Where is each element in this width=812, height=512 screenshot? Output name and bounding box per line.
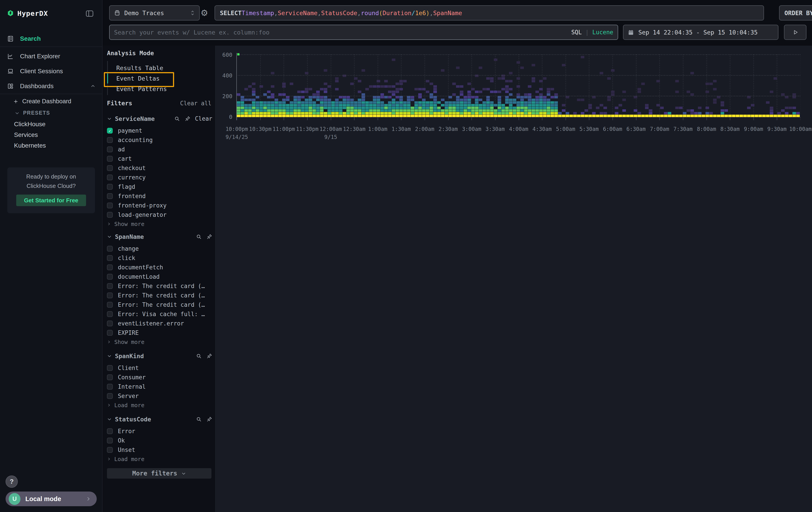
divider [0, 47, 102, 47]
time-range-picker[interactable]: Sep 14 22:04:35 - Sep 15 10:04:35 [623, 25, 778, 40]
facet-item-click[interactable]: click [107, 253, 212, 263]
chevron-down-icon[interactable] [107, 234, 112, 239]
sidebar-item-clickhouse[interactable]: ClickHouse [14, 120, 46, 128]
facet-item-expire[interactable]: EXPIRE [107, 328, 212, 338]
presets-toggle[interactable]: PRESETS [15, 110, 50, 116]
checkbox[interactable] [107, 283, 113, 289]
facet-item-error[interactable]: Error [107, 427, 212, 436]
lucene-mode-button[interactable]: Lucene [592, 29, 613, 36]
checkbox[interactable] [107, 212, 113, 218]
sidebar-item-chart-explorer[interactable]: Chart Explorer [0, 49, 102, 64]
pin-icon[interactable] [206, 416, 212, 422]
checkbox[interactable] [107, 265, 113, 270]
chevron-down-icon[interactable] [107, 353, 112, 358]
checkbox[interactable] [107, 193, 113, 199]
facet-item-currency[interactable]: currency [107, 173, 212, 182]
checkbox[interactable] [107, 203, 113, 208]
pin-icon[interactable] [206, 234, 212, 240]
search-icon[interactable] [196, 234, 202, 240]
facet-item-frontend[interactable]: frontend [107, 191, 212, 201]
facet-item-accounting[interactable]: accounting [107, 135, 212, 145]
duration-heatmap[interactable] [236, 53, 801, 123]
facet-item-error-the-credit-card[interactable]: Error: The credit card (… [107, 291, 212, 300]
checkbox[interactable] [107, 174, 113, 180]
create-dashboard-button[interactable]: Create Dashboard [13, 98, 71, 105]
facet-item-documentload[interactable]: documentLoad [107, 272, 212, 281]
facet-servicename-show-more-button[interactable]: Show more [107, 219, 212, 228]
facet-item-checkout[interactable]: checkout [107, 163, 212, 173]
get-started-button[interactable]: Get Started for Free [16, 194, 86, 206]
sidebar-item-services[interactable]: Services [14, 131, 38, 138]
checkbox[interactable] [107, 447, 113, 453]
analysis-mode-event-deltas[interactable]: Event Deltas [107, 73, 209, 84]
checkbox[interactable] [107, 255, 113, 261]
sidebar-item-dashboards[interactable]: Dashboards [0, 79, 102, 93]
sidebar-item-client-sessions[interactable]: Client Sessions [0, 64, 102, 79]
checkbox[interactable] [107, 246, 113, 251]
pin-icon[interactable] [184, 116, 191, 122]
checkbox[interactable] [107, 374, 113, 380]
facet-item-consumer[interactable]: Consumer [107, 373, 212, 382]
select-clause-editor[interactable]: SELECT Timestamp, ServiceName, StatusCod… [214, 5, 764, 21]
run-query-button[interactable] [784, 25, 807, 40]
sidebar-item-search[interactable]: Search [0, 31, 102, 46]
checkbox[interactable] [107, 311, 113, 317]
checkbox[interactable] [107, 293, 113, 298]
facet-item-cart[interactable]: cart [107, 154, 212, 163]
facet-item-change[interactable]: change [107, 244, 212, 253]
checkbox[interactable] [107, 330, 113, 336]
facet-item-ad[interactable]: ad [107, 145, 212, 154]
checkbox[interactable]: ✓ [107, 128, 113, 134]
gear-icon[interactable]: ⚙ [198, 5, 210, 21]
chevron-down-icon[interactable] [107, 417, 112, 422]
search-icon[interactable] [196, 416, 202, 422]
facet-clear-button[interactable]: Clear [195, 115, 212, 122]
facet-item-client[interactable]: Client [107, 363, 212, 373]
sidebar-item-kubernetes[interactable]: Kubernetes [14, 142, 46, 149]
checkbox[interactable] [107, 165, 113, 171]
checkbox[interactable] [107, 146, 113, 152]
facet-item-error-the-credit-card[interactable]: Error: The credit card (… [107, 300, 212, 309]
checkbox[interactable] [107, 384, 113, 389]
help-button[interactable]: ? [5, 476, 18, 488]
facet-item-unset[interactable]: Unset [107, 445, 212, 455]
checkbox[interactable] [107, 302, 113, 308]
analysis-mode-event-patterns[interactable]: Event Patterns [107, 84, 209, 94]
facet-spankind-load-more-button[interactable]: Load more [107, 401, 212, 410]
checkbox[interactable] [107, 184, 113, 190]
facet-item-payment[interactable]: ✓payment [107, 126, 212, 135]
data-source-select[interactable]: Demo Traces [109, 5, 200, 21]
facet-spanname-show-more-button[interactable]: Show more [107, 338, 212, 346]
clear-all-filters-button[interactable]: Clear all [180, 100, 211, 107]
user-menu-pill[interactable]: U Local mode [5, 491, 97, 506]
chevron-down-icon[interactable] [107, 116, 112, 121]
sidebar-collapse-icon[interactable] [86, 10, 93, 17]
more-filters-button[interactable]: More filters [107, 468, 211, 479]
analysis-mode-results-table[interactable]: Results Table [107, 63, 209, 73]
facet-item-load-generator[interactable]: load-generator [107, 210, 212, 219]
pin-icon[interactable] [206, 353, 212, 359]
facet-item-frontend-proxy[interactable]: frontend-proxy [107, 201, 212, 210]
facet-item-error-visa-cache-full[interactable]: Error: Visa cache full: … [107, 309, 212, 319]
checkbox[interactable] [107, 438, 113, 443]
checkbox[interactable] [107, 156, 113, 162]
checkbox[interactable] [107, 137, 113, 143]
facet-statuscode-load-more-button[interactable]: Load more [107, 455, 212, 463]
facet-item-server[interactable]: Server [107, 392, 212, 401]
checkbox[interactable] [107, 274, 113, 279]
facet-item-flagd[interactable]: flagd [107, 182, 212, 191]
search-icon[interactable] [174, 116, 180, 122]
facet-item-internal[interactable]: Internal [107, 382, 212, 392]
search-input[interactable] [114, 29, 568, 36]
checkbox[interactable] [107, 393, 113, 399]
facet-item-eventlistener-error[interactable]: eventListener.error [107, 319, 212, 328]
facet-item-documentfetch[interactable]: documentFetch [107, 263, 212, 272]
checkbox[interactable] [107, 428, 113, 434]
sql-mode-button[interactable]: SQL [571, 29, 582, 36]
facet-item-error-the-credit-card[interactable]: Error: The credit card (… [107, 281, 212, 291]
search-icon[interactable] [196, 353, 202, 359]
facet-item-ok[interactable]: Ok [107, 436, 212, 445]
checkbox[interactable] [107, 321, 113, 326]
checkbox[interactable] [107, 365, 113, 371]
order-by-editor[interactable]: ORDER BY Timestamp DESC [779, 5, 812, 21]
